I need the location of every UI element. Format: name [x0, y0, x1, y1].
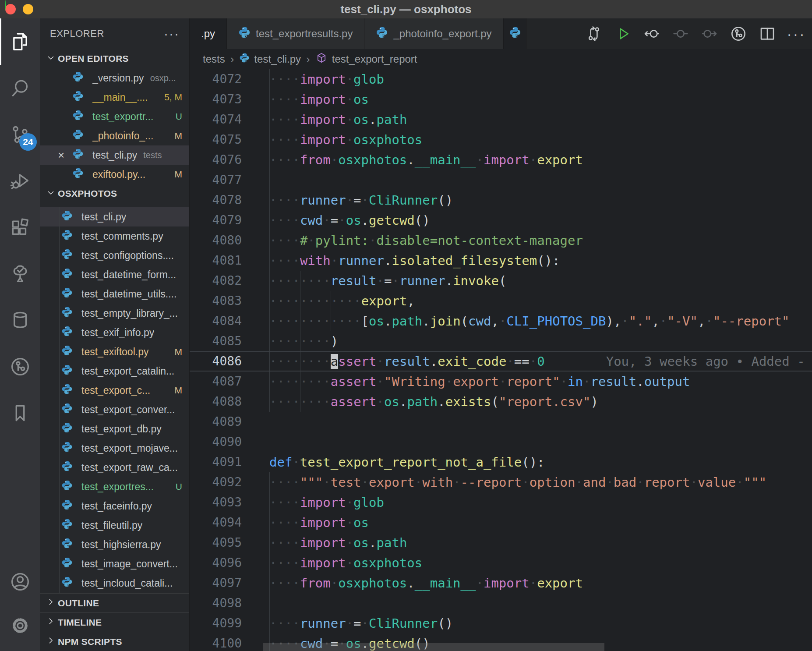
tree-item[interactable]: test_exportres...U	[40, 477, 189, 496]
open-editor-item[interactable]: test_exportr...U	[40, 107, 189, 126]
folder-section-header[interactable]: OSXPHOTOS	[40, 184, 189, 203]
tree-item[interactable]: test_export_mojave...	[40, 439, 189, 458]
file-name: test_exportr...	[92, 111, 153, 123]
code-line[interactable]: 4077	[190, 170, 812, 190]
explorer-icon[interactable]	[0, 18, 40, 65]
tree-item[interactable]: test_image_convert...	[40, 554, 189, 573]
code-line[interactable]: 4079····cwd·=·os.getcwd()	[190, 210, 812, 230]
panel-header-outline[interactable]: OUTLINE	[40, 593, 189, 612]
settings-icon[interactable]	[0, 604, 40, 647]
code-line[interactable]: 4091def·test_export_report_not_a_file():	[190, 452, 812, 472]
tree-item[interactable]: test_export_catalin...	[40, 361, 189, 381]
code-line[interactable]: 4097····from·osxphotos.__main__·import·e…	[190, 573, 812, 593]
zoom-window-button[interactable]	[5, 0, 6, 11]
database-icon[interactable]	[0, 297, 40, 343]
open-editor-item[interactable]: _version.pyosxp...	[40, 68, 189, 88]
tree-item[interactable]: test_export_db.py	[40, 419, 189, 439]
panel-header-timeline[interactable]: TIMELINE	[40, 612, 189, 632]
open-editors-section-header[interactable]: OPEN EDITORS	[40, 49, 189, 68]
run-icon[interactable]	[613, 24, 632, 43]
open-editor-item[interactable]: exiftool.py...M	[40, 165, 189, 184]
code-line[interactable]: 4096····import·osxphotos	[190, 553, 812, 573]
horizontal-scrollbar[interactable]	[263, 643, 604, 651]
panel-header-npm-scripts[interactable]: NPM SCRIPTS	[40, 632, 189, 651]
editor-tab[interactable]: _photoinfo_export.py	[364, 18, 503, 49]
code-line[interactable]: 4085········)	[190, 331, 812, 351]
code-line[interactable]: 4088········assert·os.path.exists("repor…	[190, 392, 812, 412]
git-status-badge: M	[175, 169, 190, 180]
code-line[interactable]: 4082········result·=·runner.invoke(	[190, 271, 812, 291]
python-file-icon	[61, 210, 77, 224]
open-editor-item[interactable]: ×test_cli.pytests	[40, 145, 189, 165]
tree-item[interactable]: test_exif_info.py	[40, 323, 189, 342]
code-line[interactable]: 4073····import·os	[190, 89, 812, 110]
tree-item[interactable]: test_export_conver...	[40, 400, 189, 419]
breadcrumb-item[interactable]: test_cli.py	[239, 53, 301, 66]
open-editor-item[interactable]: _photoinfo_...M	[40, 126, 189, 145]
code-line[interactable]: 4086········assert·result.exit_code·==·0…	[190, 351, 812, 371]
more-actions-icon[interactable]: ···	[164, 26, 180, 41]
more-actions-icon[interactable]: ···	[787, 24, 806, 43]
extensions-icon[interactable]	[0, 204, 40, 251]
navigate-point-icon[interactable]	[671, 24, 690, 43]
code-line[interactable]: 4098	[190, 593, 812, 613]
tree-item[interactable]: test_comments.py	[40, 226, 189, 246]
breadcrumb-separator: ›	[230, 53, 234, 66]
code-line[interactable]: 4075····import·osxphotos	[190, 130, 812, 150]
tree-item[interactable]: test_datetime_form...	[40, 265, 189, 284]
tree-item[interactable]: test_datetime_utils....	[40, 284, 189, 304]
breadcrumb-item[interactable]: test_export_report	[315, 52, 417, 67]
navigate-forward-icon[interactable]	[700, 24, 719, 43]
tree-item[interactable]: test_cli.py	[40, 207, 189, 226]
code-line[interactable]: 4083············export,	[190, 291, 812, 311]
editor-tab[interactable]: .py	[190, 18, 227, 49]
line-number: 4086	[190, 352, 242, 371]
tree-item[interactable]: test_exiftool.pyM	[40, 342, 189, 361]
pinned-tab[interactable]	[504, 18, 526, 49]
code-line[interactable]: 4078····runner·=·CliRunner()	[190, 190, 812, 210]
code-line[interactable]: 4074····import·os.path	[190, 110, 812, 130]
indent-guide	[269, 553, 270, 573]
code-line[interactable]: 4080····#·pylint:·disable=not-context-ma…	[190, 230, 812, 251]
search-icon[interactable]	[0, 65, 40, 111]
split-editor-icon[interactable]	[758, 24, 777, 43]
testing-icon[interactable]	[0, 251, 40, 297]
bookmarks-icon[interactable]	[0, 390, 40, 436]
code-line[interactable]: 4090	[190, 432, 812, 452]
account-icon[interactable]	[0, 560, 40, 604]
breadcrumb-item[interactable]: tests	[203, 53, 225, 65]
tree-item[interactable]: test_highsierra.py	[40, 535, 189, 554]
code-line[interactable]: 4087········assert·"Writing·export·repor…	[190, 371, 812, 392]
source-control-icon[interactable]: 24	[0, 111, 40, 158]
tree-item[interactable]: test_configoptions....	[40, 246, 189, 265]
tree-item[interactable]: test_incloud_catali...	[40, 573, 189, 593]
tree-item[interactable]: test_export_raw_ca...	[40, 458, 189, 477]
close-window-button[interactable]	[5, 4, 16, 14]
compare-changes-icon[interactable]	[584, 24, 604, 43]
python-file-icon	[61, 538, 77, 552]
tree-item[interactable]: test_fileutil.py	[40, 516, 189, 535]
code-line[interactable]: 4095····import·os.path	[190, 533, 812, 553]
code-line[interactable]: 4081····with·runner.isolated_filesystem(…	[190, 251, 812, 271]
code-line[interactable]: 4072····import·glob	[190, 69, 812, 89]
tree-item[interactable]: test_export_c...M	[40, 381, 189, 400]
tree-item[interactable]: test_faceinfo.py	[40, 496, 189, 516]
git-graph-circle-icon[interactable]	[729, 24, 748, 43]
editor-tab[interactable]: test_exportresults.py	[227, 18, 364, 49]
activity-bar: 24	[0, 18, 40, 651]
minimize-window-button[interactable]	[23, 4, 33, 14]
code-line[interactable]: 4089	[190, 412, 812, 432]
open-editor-item[interactable]: __main__....5, M	[40, 88, 189, 107]
code-line[interactable]: 4084············[os.path.join(cwd,·CLI_P…	[190, 311, 812, 331]
tree-item[interactable]: test_empty_library_...	[40, 304, 189, 323]
run-debug-icon[interactable]	[0, 158, 40, 204]
code-editor[interactable]: 4072····import·glob4073····import·os4074…	[190, 69, 812, 651]
code-line[interactable]: 4094····import·os	[190, 513, 812, 533]
git-graph-icon[interactable]	[0, 343, 40, 390]
code-line[interactable]: 4099····runner·=·CliRunner()	[190, 613, 812, 633]
close-icon[interactable]: ×	[58, 149, 72, 162]
navigate-back-icon[interactable]	[642, 24, 661, 43]
code-line[interactable]: 4093····import·glob	[190, 492, 812, 513]
code-line[interactable]: 4092····"""·test·export·with·--report·op…	[190, 472, 812, 492]
code-line[interactable]: 4076····from·osxphotos.__main__·import·e…	[190, 150, 812, 170]
